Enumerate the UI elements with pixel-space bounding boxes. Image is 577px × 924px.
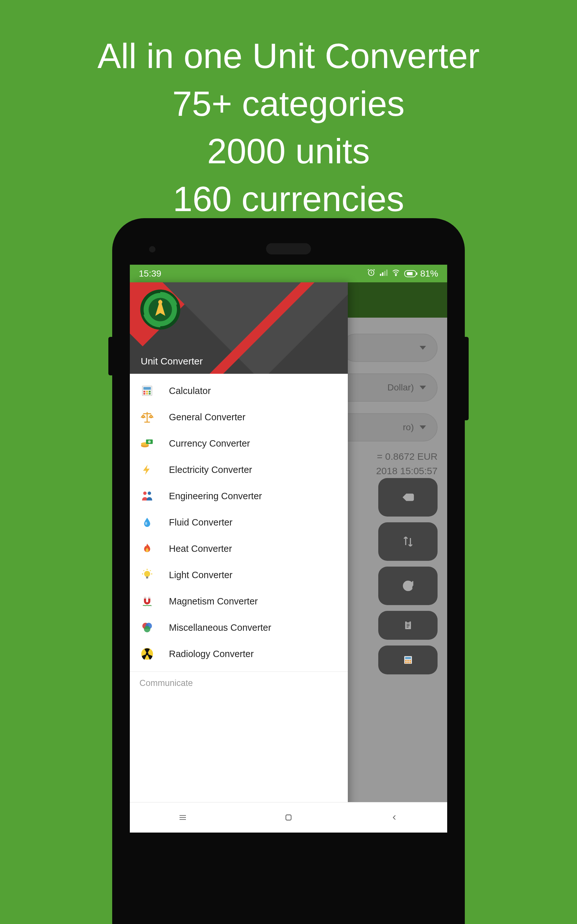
promo-line: 160 currencies	[0, 175, 577, 223]
phone-button	[108, 337, 112, 375]
drawer-item-general[interactable]: General Converter	[130, 404, 348, 430]
phone-button	[465, 337, 469, 420]
circles-icon	[139, 620, 155, 635]
fire-icon	[139, 541, 155, 556]
drawer-item-miscellaneous[interactable]: Miscellaneous Converter	[130, 614, 348, 641]
drawer-item-magnetism[interactable]: Magnetism Converter	[130, 588, 348, 614]
recent-apps-button[interactable]	[175, 809, 191, 825]
status-time: 15:39	[139, 268, 161, 279]
rate-value: = 0.8672 EUR	[376, 449, 438, 464]
app-logo-icon	[139, 289, 181, 330]
svg-rect-25	[143, 391, 145, 393]
svg-rect-1	[380, 274, 381, 276]
chevron-down-icon	[420, 425, 426, 429]
drawer-list[interactable]: Calculator General Converter Currency Co…	[130, 374, 348, 833]
bulb-icon	[139, 567, 155, 583]
value-dropdown[interactable]	[342, 334, 438, 362]
drawer-item-label: Electricity Converter	[169, 465, 252, 475]
svg-rect-9	[406, 625, 409, 626]
svg-rect-39	[146, 577, 148, 578]
drawer-item-radiology[interactable]: Radiology Converter	[130, 641, 348, 667]
phone-screen: 15:39 81% Dollar)	[130, 265, 447, 833]
drawer-item-label: General Converter	[169, 412, 245, 423]
status-bar: 15:39 81%	[130, 265, 447, 282]
phone-speaker	[266, 243, 311, 254]
svg-rect-50	[286, 815, 291, 820]
drawer-title: Unit Converter	[141, 356, 203, 367]
svg-point-37	[145, 522, 147, 525]
promo-line: 2000 units	[0, 128, 577, 175]
from-currency-label: Dollar)	[388, 383, 414, 393]
engineers-icon	[139, 488, 155, 504]
drawer-item-label: Miscellaneous Converter	[169, 622, 271, 633]
svg-rect-15	[409, 660, 411, 662]
svg-rect-2	[382, 272, 384, 276]
drawer-item-engineering[interactable]: Engineering Converter	[130, 483, 348, 509]
drawer-item-calculator[interactable]: Calculator	[130, 378, 348, 404]
droplet-icon	[139, 515, 155, 530]
chevron-down-icon	[420, 386, 426, 389]
backspace-button[interactable]	[378, 478, 438, 517]
rate-timestamp: 2018 15:05:57	[376, 464, 438, 478]
svg-rect-14	[407, 660, 409, 662]
promo-line: 75+ categories	[0, 80, 577, 128]
drawer-section-label: Communicate	[130, 672, 348, 695]
svg-point-5	[395, 275, 396, 276]
android-navbar	[130, 802, 447, 833]
bolt-icon	[139, 462, 155, 477]
drawer-item-label: Heat Converter	[169, 543, 232, 554]
svg-rect-30	[149, 393, 151, 395]
svg-rect-28	[143, 393, 145, 395]
radiation-icon	[139, 646, 155, 662]
chevron-down-icon	[420, 346, 426, 350]
svg-point-38	[144, 571, 150, 577]
swap-button[interactable]	[378, 522, 438, 561]
magnet-icon	[139, 594, 155, 609]
drawer-item-heat[interactable]: Heat Converter	[130, 535, 348, 562]
refresh-button[interactable]	[378, 567, 438, 605]
svg-rect-29	[146, 393, 148, 395]
svg-rect-26	[146, 391, 148, 393]
svg-rect-18	[409, 662, 411, 664]
drawer-item-label: Calculator	[169, 386, 211, 396]
battery-icon	[404, 270, 416, 277]
svg-point-46	[146, 653, 148, 655]
drawer-item-label: Radiology Converter	[169, 649, 253, 659]
keypad-column	[378, 478, 438, 674]
home-button[interactable]	[280, 809, 297, 825]
drawer-item-fluid[interactable]: Fluid Converter	[130, 509, 348, 535]
svg-rect-40	[144, 597, 146, 599]
drawer-item-label: Currency Converter	[169, 438, 250, 449]
money-icon	[139, 436, 155, 451]
drawer-item-light[interactable]: Light Converter	[130, 562, 348, 588]
promo-banner: All in one Unit Converter 75+ categories…	[0, 0, 577, 223]
svg-rect-41	[148, 597, 150, 599]
back-button[interactable]	[386, 809, 402, 825]
drawer-item-label: Magnetism Converter	[169, 596, 258, 607]
calculator-icon	[139, 383, 155, 399]
svg-rect-13	[405, 660, 407, 662]
drawer-item-label: Light Converter	[169, 570, 232, 580]
svg-rect-8	[406, 624, 409, 625]
drawer-header: Unit Converter	[130, 282, 348, 374]
phone-camera	[149, 246, 155, 252]
svg-rect-24	[143, 387, 151, 389]
svg-rect-16	[405, 662, 407, 664]
rate-info: = 0.8672 EUR 2018 15:05:57	[376, 449, 438, 478]
svg-rect-17	[407, 662, 409, 664]
promo-line: All in one Unit Converter	[0, 32, 577, 80]
navigation-drawer: Unit Converter Calculator General Conver…	[130, 282, 348, 833]
phone-mockup: 15:39 81% Dollar)	[112, 218, 465, 924]
svg-rect-27	[149, 391, 151, 393]
clipboard-button[interactable]	[378, 611, 438, 640]
svg-point-44	[144, 626, 150, 632]
drawer-item-label: Engineering Converter	[169, 491, 262, 501]
svg-point-22	[158, 300, 163, 304]
status-right: 81%	[367, 268, 438, 279]
svg-point-36	[148, 491, 151, 495]
signal-icon	[379, 268, 388, 279]
drawer-item-currency[interactable]: Currency Converter	[130, 430, 348, 457]
calculator-button[interactable]	[378, 646, 438, 674]
drawer-item-electricity[interactable]: Electricity Converter	[130, 457, 348, 483]
svg-point-34	[148, 440, 151, 443]
